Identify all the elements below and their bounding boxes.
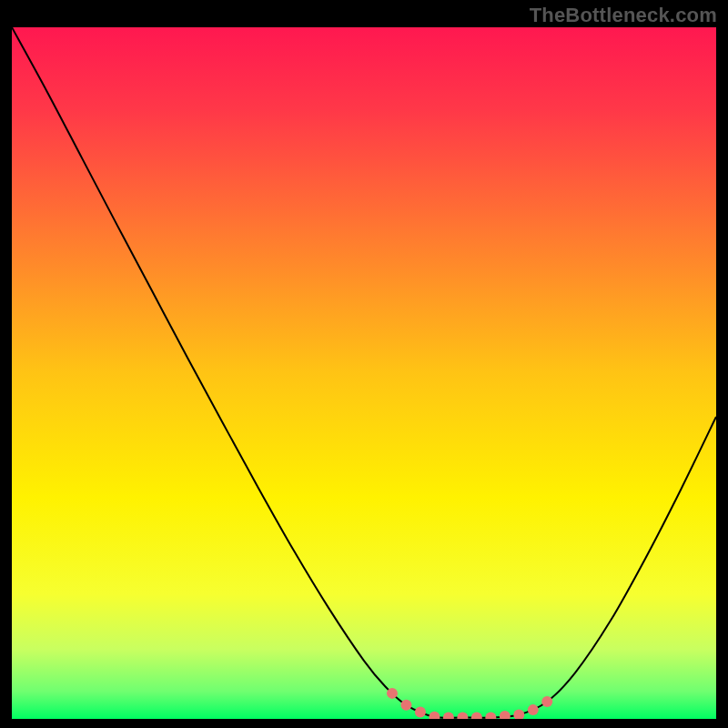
plot-area [12,27,716,719]
accent-dot [541,696,552,707]
accent-dot [528,704,539,715]
watermark-label: TheBottleneck.com [530,4,717,27]
accent-dot [400,700,411,711]
accent-dot [387,688,398,699]
accent-dot [415,706,426,717]
bottleneck-curve-chart [12,27,716,719]
gradient-background [12,27,716,719]
chart-stage: TheBottleneck.com [0,0,728,728]
